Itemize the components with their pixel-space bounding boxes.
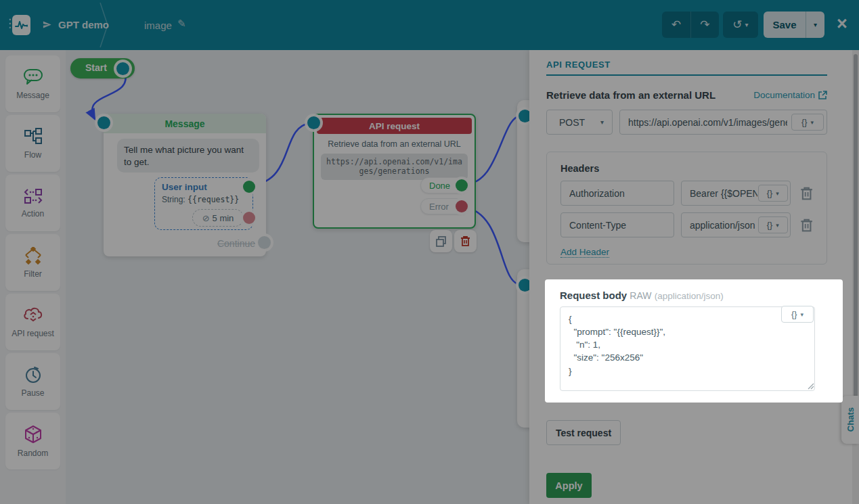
request-body-textarea[interactable]: { "prompt": "{{request}}", "n": 1, "size…	[560, 306, 815, 391]
chevron-down-icon: ▾	[800, 311, 803, 318]
textarea-resize-handle[interactable]	[808, 383, 814, 390]
insert-variable-button[interactable]: {}▾	[781, 306, 814, 323]
flow-builder-app: ⋮ GPT demo image ✎ ↶ ↷ ↺▾ Save ▾ ×	[0, 0, 859, 504]
request-body-mode: RAW	[630, 290, 651, 301]
request-body-section: Request body RAW (application/json) { "p…	[545, 279, 843, 403]
request-body-title: Request body RAW (application/json)	[560, 290, 724, 301]
dim-overlay	[0, 0, 859, 504]
request-body-content-type: (application/json)	[655, 291, 724, 301]
